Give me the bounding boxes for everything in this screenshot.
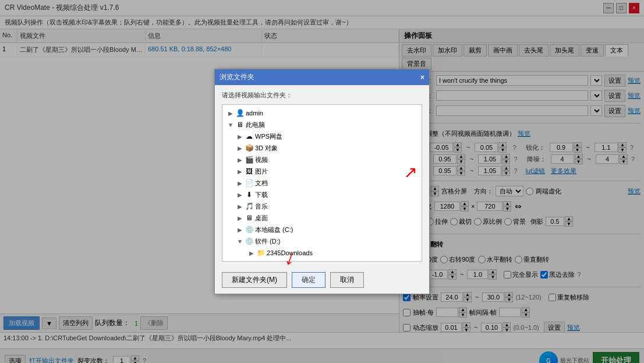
arrow-downloads: ▶ (236, 192, 243, 198)
cancel-button[interactable]: 取消 (330, 272, 364, 288)
label-3d: 3D 对象 (255, 144, 278, 153)
tree-item-wps[interactable]: ▶ ☁ WPS网盘 (236, 131, 419, 142)
icon-desktop: 🖥 (245, 213, 254, 223)
icon-admin: 👤 (235, 108, 245, 118)
icon-local-c: 💿 (245, 225, 254, 234)
thispc-children: ▶ ☁ WPS网盘 ▶ 📦 3D 对象 ▶ 🎬 视频 (225, 131, 419, 259)
dialog-close-button[interactable]: × (420, 73, 424, 82)
dialog-overlay: 浏览文件夹 × 请选择视频输出文件夹： ▶ 👤 admin ▼ 🖥 此电脑 (0, 0, 644, 363)
dialog-body: 请选择视频输出文件夹： ▶ 👤 admin ▼ 🖥 此电脑 ▶ ☁ (215, 85, 429, 267)
icon-downloads: ⬇ (245, 190, 254, 199)
arrow-video: ▶ (236, 157, 243, 163)
tree-item-thispc[interactable]: ▼ 🖥 此电脑 (225, 119, 419, 131)
dialog-footer: 新建文件夹(M) 确定 取消 (215, 267, 429, 294)
tree-item-downloads[interactable]: ▶ ⬇ 下载 (236, 189, 419, 200)
folder-tree[interactable]: ▶ 👤 admin ▼ 🖥 此电脑 ▶ ☁ WPS网盘 ▶ (222, 104, 422, 262)
arrow-music: ▶ (236, 203, 243, 210)
arrow-wps: ▶ (236, 133, 243, 140)
arrow-thispc: ▼ (227, 122, 234, 128)
tree-item-2345dl[interactable]: ▶ 📁 2345Downloads (248, 247, 419, 259)
new-folder-button[interactable]: 新建文件夹(M) (222, 272, 287, 288)
label-desktop: 桌面 (255, 214, 268, 223)
tree-item-music[interactable]: ▶ 🎵 音乐 (236, 200, 419, 212)
icon-video: 🎬 (245, 155, 254, 164)
tree-item-3d[interactable]: ▶ 📦 3D 对象 (236, 142, 419, 154)
red-down-arrow: ↙ (404, 164, 417, 183)
tree-item-desktop[interactable]: ▶ 🖥 桌面 (236, 212, 419, 224)
icon-3d: 📦 (245, 143, 254, 153)
dialog-title: 浏览文件夹 (220, 72, 254, 82)
arrow-desktop: ▶ (236, 215, 243, 221)
label-music: 音乐 (255, 202, 268, 211)
tree-item-admin[interactable]: ▶ 👤 admin (225, 107, 419, 119)
arrow-2345dl: ▶ (248, 250, 255, 256)
ok-button[interactable]: 确定 (292, 272, 325, 288)
label-local-c: 本地磁盘 (C:) (255, 225, 293, 234)
arrow-docs: ▶ (236, 180, 243, 186)
icon-wps: ☁ (245, 132, 254, 141)
browse-folder-dialog: 浏览文件夹 × 请选择视频输出文件夹： ▶ 👤 admin ▼ 🖥 此电脑 (214, 69, 430, 294)
icon-soft-d: 💿 (245, 237, 254, 246)
arrow-admin: ▶ (227, 110, 234, 117)
label-2345dl: 2345Downloads (267, 249, 313, 256)
tree-item-local-c[interactable]: ▶ 💿 本地磁盘 (C:) (236, 224, 419, 235)
label-video: 视频 (255, 156, 268, 164)
label-pics: 图片 (255, 167, 268, 176)
label-downloads: 下载 (255, 191, 268, 199)
icon-2345dl: 📁 (256, 248, 266, 258)
icon-docs: 📄 (245, 178, 254, 188)
dialog-titlebar: 浏览文件夹 × (215, 69, 429, 85)
label-soft-d: 软件 (D:) (255, 237, 280, 246)
tree-item-pics[interactable]: ▶ 🖼 图片 (236, 165, 419, 177)
label-thispc: 此电脑 (246, 121, 265, 129)
label-admin: admin (246, 110, 263, 117)
tree-item-docs[interactable]: ▶ 📄 文档 (236, 177, 419, 189)
arrow-local-c: ▶ (236, 227, 243, 233)
icon-thispc: 🖥 (235, 120, 245, 129)
label-wps: WPS网盘 (255, 132, 282, 141)
tree-item-video[interactable]: ▶ 🎬 视频 (236, 154, 419, 165)
arrow-3d: ▶ (236, 145, 243, 151)
dialog-instruction: 请选择视频输出文件夹： (222, 91, 422, 100)
arrow-pics: ▶ (236, 168, 243, 175)
icon-pics: 🖼 (245, 167, 254, 176)
icon-music: 🎵 (245, 202, 254, 211)
tree-item-soft-d[interactable]: ▼ 💿 软件 (D:) (236, 235, 419, 247)
arrow-soft-d: ▼ (236, 238, 243, 245)
label-docs: 文档 (255, 179, 268, 188)
soft-d-children: ▶ 📁 2345Downloads (236, 247, 419, 259)
